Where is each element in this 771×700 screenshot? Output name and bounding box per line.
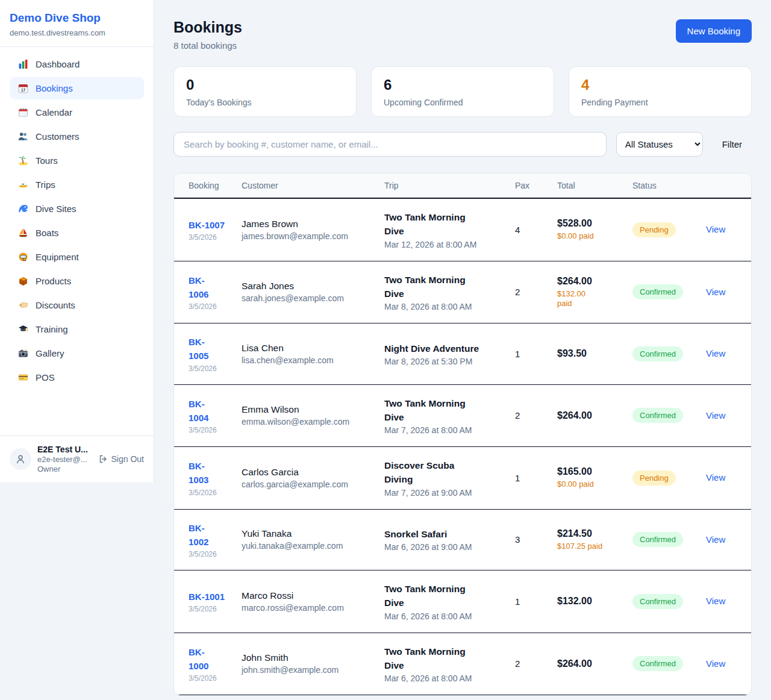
diving-mask-icon [18, 252, 28, 262]
paid-amount: $132.00 paid [557, 289, 628, 309]
sidebar-item[interactable]: Boats [10, 222, 144, 244]
sidebar-item[interactable]: 17 Bookings [10, 77, 144, 99]
sidebar-item-label: Equipment [36, 252, 79, 262]
credit-card-icon [18, 372, 28, 383]
total-amount: $264.00 [557, 658, 628, 669]
booking-id-link[interactable]: BK-1001 [189, 590, 225, 604]
avatar [10, 448, 31, 470]
trip-datetime: Mar 6, 2026 at 9:00 AM [384, 542, 510, 552]
stat-card: 0 Today's Bookings [173, 66, 357, 117]
booking-date: 3/5/2026 [189, 426, 237, 434]
pax-count: 3 [515, 509, 557, 570]
sidebar-item[interactable]: Customers [10, 125, 144, 148]
stat-label: Upcoming Confirmed [384, 98, 542, 107]
booking-id-link[interactable]: BK- 1005 [189, 335, 208, 363]
sidebar-item[interactable]: Equipment [10, 246, 144, 268]
view-link[interactable]: View [706, 224, 725, 234]
customer-name: Marco Rossi [242, 590, 379, 601]
column-header-booking: Booking [174, 173, 242, 198]
sidebar-item-label: Bookings [36, 83, 73, 93]
customer-name: Lisa Chen [242, 343, 379, 354]
view-link[interactable]: View [706, 596, 725, 606]
view-link[interactable]: View [706, 472, 725, 483]
customer-email: lisa.chen@example.com [242, 355, 379, 365]
trip-datetime: Mar 7, 2026 at 8:00 AM [384, 425, 510, 435]
booking-date: 3/5/2026 [189, 233, 237, 242]
pax-count: 1 [515, 570, 557, 633]
booking-id-link[interactable]: BK- 1000 [189, 645, 208, 673]
total-amount: $93.50 [557, 348, 628, 359]
status-badge: Pending [632, 222, 676, 237]
graduation-cap-icon [18, 324, 28, 334]
booking-id-link[interactable]: BK-1007 [189, 218, 225, 232]
status-filter-select[interactable]: All Statuses [616, 132, 703, 157]
sidebar-item[interactable]: Dashboard [10, 53, 144, 75]
trip-name: Two Tank Morning Dive [384, 582, 510, 610]
trip-datetime: Mar 8, 2026 at 8:00 AM [384, 302, 510, 311]
camera-icon [18, 348, 28, 358]
person-icon [15, 454, 26, 464]
booking-id-link[interactable]: BK- 1006 [189, 273, 208, 302]
main-content: Bookings 8 total bookings New Booking 0 … [154, 0, 771, 700]
sidebar-item[interactable]: Trips [10, 173, 144, 196]
trip-datetime: Mar 8, 2026 at 5:30 PM [384, 357, 510, 366]
status-badge: Confirmed [632, 346, 683, 361]
booking-id-link[interactable]: BK- 1004 [189, 397, 208, 425]
sidebar-item-label: Customers [36, 131, 80, 142]
sidebar-item[interactable]: Training [10, 318, 144, 340]
view-link[interactable]: View [706, 658, 725, 669]
sidebar-item-label: Products [36, 276, 71, 286]
status-badge: Confirmed [632, 656, 683, 671]
sidebar-item[interactable]: Dive Sites [10, 198, 144, 220]
booking-id-link[interactable]: BK- 1003 [189, 459, 208, 487]
page-title: Bookings [173, 18, 242, 36]
sidebar-item[interactable]: Products [10, 270, 144, 292]
pax-count: 1 [515, 323, 557, 385]
paid-amount: $0.00 paid [557, 480, 628, 489]
bookings-table: Booking Customer Trip Pax Total Status B… [174, 173, 751, 695]
stat-value: 6 [384, 77, 542, 93]
sidebar-item[interactable]: POS [10, 366, 144, 389]
column-header-trip: Trip [384, 173, 515, 198]
sign-out-button[interactable]: Sign Out [98, 454, 144, 464]
table-row: BK-1001 3/5/2026 Marco Rossi marco.rossi… [174, 570, 751, 633]
column-header-pax: Pax [515, 173, 557, 198]
view-link[interactable]: View [706, 534, 725, 545]
sidebar-item[interactable]: Calendar [10, 101, 144, 123]
sidebar-item-label: Training [36, 324, 68, 334]
sidebar-item-label: Discounts [36, 300, 75, 310]
view-link[interactable]: View [706, 287, 725, 297]
trip-name: Two Tank Morning Dive [384, 396, 510, 425]
customer-email: john.smith@example.com [242, 665, 379, 675]
total-amount: $132.00 [557, 596, 628, 607]
sidebar-item-label: Gallery [36, 348, 64, 358]
view-link[interactable]: View [706, 348, 725, 358]
new-booking-button[interactable]: New Booking [676, 19, 752, 43]
bar-chart-icon [18, 59, 28, 69]
filter-button[interactable]: Filter [713, 139, 752, 149]
sidebar-item[interactable]: Gallery [10, 342, 144, 364]
customer-name: Sarah Jones [242, 281, 379, 292]
booking-date: 3/5/2026 [189, 302, 237, 311]
page-header: Bookings 8 total bookings New Booking [173, 18, 752, 51]
table-row: BK- 1004 3/5/2026 Emma Wilson emma.wilso… [174, 384, 751, 447]
trip-datetime: Mar 7, 2026 at 9:00 AM [384, 488, 510, 498]
sidebar: Demo Dive Shop demo.test.divestreams.com… [0, 0, 154, 482]
paid-amount: $0.00 paid [557, 231, 628, 241]
stat-label: Today's Bookings [186, 98, 344, 107]
booking-id-link[interactable]: BK- 1002 [189, 521, 208, 549]
table-row: BK- 1005 3/5/2026 Lisa Chen lisa.chen@ex… [174, 323, 751, 385]
total-amount: $165.00 [557, 466, 628, 477]
total-amount: $264.00 [557, 276, 628, 287]
customer-email: marco.rossi@example.com [242, 603, 379, 613]
sidebar-item[interactable]: Discounts [10, 294, 144, 316]
view-link[interactable]: View [706, 410, 725, 420]
pax-count: 2 [515, 261, 557, 323]
shop-name[interactable]: Demo Dive Shop [10, 11, 144, 25]
sidebar-user-section: E2E Test U... e2e-tester@... Owner Sign … [0, 436, 154, 482]
bookings-count: 8 total bookings [173, 40, 242, 51]
search-input[interactable] [173, 132, 607, 157]
trip-name: Night Dive Adventure [384, 342, 510, 355]
total-amount: $214.50 [557, 528, 628, 539]
sidebar-item[interactable]: Tours [10, 149, 144, 172]
